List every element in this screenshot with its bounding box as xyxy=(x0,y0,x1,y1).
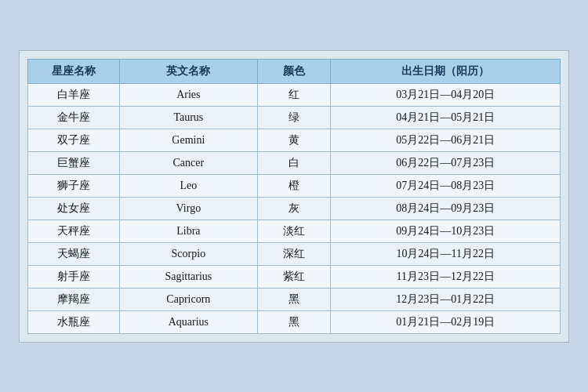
cell-chinese: 处女座 xyxy=(28,197,120,220)
cell-date: 03月21日—04月20日 xyxy=(331,83,561,106)
cell-color: 橙 xyxy=(257,174,331,197)
cell-chinese: 射手座 xyxy=(28,265,120,288)
table-row: 金牛座Taurus绿04月21日—05月21日 xyxy=(28,106,561,129)
cell-chinese: 巨蟹座 xyxy=(28,151,120,174)
cell-chinese: 天蝎座 xyxy=(28,242,120,265)
cell-date: 05月22日—06月21日 xyxy=(331,129,561,151)
cell-english: Libra xyxy=(120,220,258,242)
cell-color: 紫红 xyxy=(257,265,331,288)
cell-english: Taurus xyxy=(120,106,258,129)
table-row: 天秤座Libra淡红09月24日—10月23日 xyxy=(28,220,561,242)
cell-english: Gemini xyxy=(120,129,258,151)
cell-chinese: 白羊座 xyxy=(28,83,120,106)
cell-chinese: 金牛座 xyxy=(28,106,120,129)
table-row: 巨蟹座Cancer白06月22日—07月23日 xyxy=(28,151,561,174)
table-row: 白羊座Aries红03月21日—04月20日 xyxy=(28,83,561,106)
cell-chinese: 摩羯座 xyxy=(28,288,120,310)
zodiac-table-container: 星座名称 英文名称 颜色 出生日期（阳历） 白羊座Aries红03月21日—04… xyxy=(19,50,569,343)
cell-date: 12月23日—01月22日 xyxy=(331,288,561,310)
cell-date: 07月24日—08月23日 xyxy=(331,174,561,197)
cell-color: 黑 xyxy=(257,288,331,310)
zodiac-table: 星座名称 英文名称 颜色 出生日期（阳历） 白羊座Aries红03月21日—04… xyxy=(27,59,561,334)
cell-chinese: 狮子座 xyxy=(28,174,120,197)
table-header-row: 星座名称 英文名称 颜色 出生日期（阳历） xyxy=(28,59,561,83)
cell-chinese: 双子座 xyxy=(28,129,120,151)
cell-date: 09月24日—10月23日 xyxy=(331,220,561,242)
cell-date: 06月22日—07月23日 xyxy=(331,151,561,174)
cell-chinese: 天秤座 xyxy=(28,220,120,242)
table-row: 天蝎座Scorpio深红10月24日—11月22日 xyxy=(28,242,561,265)
cell-color: 白 xyxy=(257,151,331,174)
cell-color: 淡红 xyxy=(257,220,331,242)
cell-date: 10月24日—11月22日 xyxy=(331,242,561,265)
cell-english: Capricorn xyxy=(120,288,258,310)
table-row: 射手座Sagittarius紫红11月23日—12月22日 xyxy=(28,265,561,288)
header-chinese: 星座名称 xyxy=(28,59,120,83)
header-color: 颜色 xyxy=(257,59,331,83)
header-english: 英文名称 xyxy=(120,59,258,83)
cell-english: Virgo xyxy=(120,197,258,220)
cell-color: 绿 xyxy=(257,106,331,129)
cell-date: 08月24日—09月23日 xyxy=(331,197,561,220)
cell-date: 04月21日—05月21日 xyxy=(331,106,561,129)
cell-date: 01月21日—02月19日 xyxy=(331,310,561,333)
table-row: 狮子座Leo橙07月24日—08月23日 xyxy=(28,174,561,197)
cell-color: 黄 xyxy=(257,129,331,151)
cell-color: 黑 xyxy=(257,310,331,333)
cell-english: Scorpio xyxy=(120,242,258,265)
cell-english: Aquarius xyxy=(120,310,258,333)
table-row: 摩羯座Capricorn黑12月23日—01月22日 xyxy=(28,288,561,310)
cell-english: Sagittarius xyxy=(120,265,258,288)
cell-chinese: 水瓶座 xyxy=(28,310,120,333)
cell-color: 深红 xyxy=(257,242,331,265)
cell-color: 红 xyxy=(257,83,331,106)
table-row: 双子座Gemini黄05月22日—06月21日 xyxy=(28,129,561,151)
header-date: 出生日期（阳历） xyxy=(331,59,561,83)
cell-english: Cancer xyxy=(120,151,258,174)
cell-date: 11月23日—12月22日 xyxy=(331,265,561,288)
cell-english: Leo xyxy=(120,174,258,197)
table-row: 水瓶座Aquarius黑01月21日—02月19日 xyxy=(28,310,561,333)
table-row: 处女座Virgo灰08月24日—09月23日 xyxy=(28,197,561,220)
cell-color: 灰 xyxy=(257,197,331,220)
cell-english: Aries xyxy=(120,83,258,106)
